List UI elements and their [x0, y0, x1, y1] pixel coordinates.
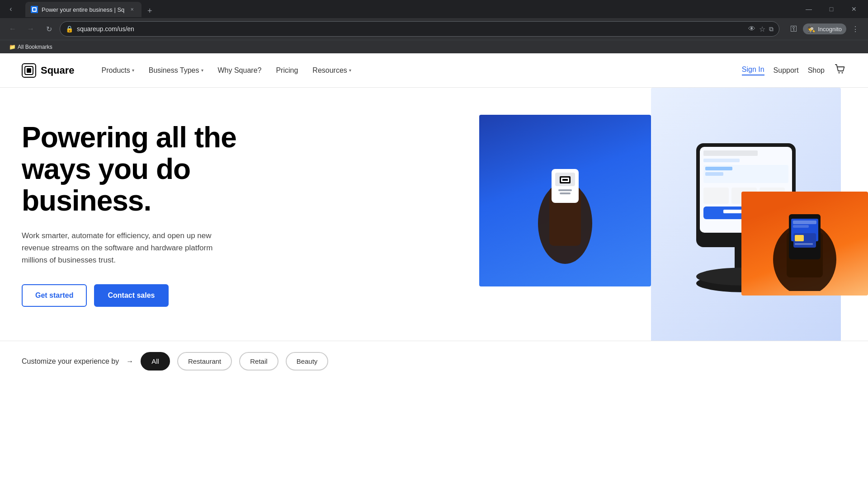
hero-content: Powering all the ways you do business. W…: [22, 122, 257, 307]
products-chevron-icon: ▾: [132, 68, 134, 73]
filter-arrow-icon: →: [126, 357, 133, 366]
tab-bar: Power your entire business | Sq × +: [22, 1, 156, 17]
hero-title: Powering all the ways you do business.: [22, 122, 239, 217]
logo-link[interactable]: Square: [22, 63, 75, 78]
address-bar[interactable]: 🔒 squareup.com/us/en 👁 ☆ ⧉: [60, 21, 779, 37]
more-menu-button[interactable]: ⋮: [848, 22, 863, 36]
card-reader-bg: [479, 115, 651, 286]
svg-rect-24: [705, 167, 732, 170]
nav-links: Products ▾ Business Types ▾ Why Square? …: [96, 63, 742, 78]
site-nav: Square Products ▾ Business Types ▾ Why S…: [0, 53, 868, 88]
resources-chevron-icon: ▾: [349, 68, 351, 73]
nav-products-label: Products: [102, 66, 130, 75]
bookmarks-folder-label: All Bookmarks: [18, 44, 52, 50]
nav-item-why-square[interactable]: Why Square?: [212, 63, 267, 78]
tab-favicon: [31, 6, 38, 13]
svg-rect-21: [703, 150, 758, 156]
hero-section: Powering all the ways you do business. W…: [0, 88, 868, 341]
svg-rect-39: [795, 243, 813, 245]
forward-button[interactable]: →: [24, 22, 38, 36]
filter-retail-button[interactable]: Retail: [239, 352, 278, 371]
get-started-button[interactable]: Get started: [22, 284, 87, 307]
svg-rect-15: [562, 179, 568, 181]
svg-rect-4: [27, 68, 31, 73]
svg-point-6: [842, 72, 843, 73]
visibility-off-icon: 👁: [748, 25, 755, 33]
nav-right: Sign In Support Shop: [742, 63, 846, 78]
filter-restaurant-button[interactable]: Restaurant: [177, 352, 232, 371]
card-reader-svg: [506, 133, 624, 268]
browser-titlebar: ‹ Power your entire business | Sq × + — …: [0, 0, 868, 18]
filter-label: Customize your experience by: [22, 357, 119, 366]
logo-icon: [22, 63, 36, 78]
nav-resources-label: Resources: [312, 66, 347, 75]
active-tab[interactable]: Power your entire business | Sq ×: [25, 2, 142, 17]
hero-credit-card-image: [741, 192, 868, 296]
hero-images: [461, 88, 868, 341]
toolbar-right: ⚿ 🕵 Incognito ⋮: [787, 22, 863, 36]
bookmarks-folder-icon: 📁: [9, 44, 16, 50]
support-link[interactable]: Support: [774, 66, 799, 75]
credit-card-svg: [746, 196, 863, 291]
tab-search-icon[interactable]: ⧉: [769, 25, 774, 33]
extensions-button[interactable]: ⚿: [787, 22, 801, 36]
nav-pricing-label: Pricing: [276, 66, 298, 75]
svg-rect-22: [703, 159, 740, 162]
nav-why-square-label: Why Square?: [218, 66, 262, 75]
contact-sales-button[interactable]: Contact sales: [94, 284, 168, 307]
hero-buttons: Get started Contact sales: [22, 284, 239, 307]
bookmarks-bar: 📁 All Bookmarks: [0, 40, 868, 53]
svg-rect-28: [703, 188, 729, 204]
nav-item-resources[interactable]: Resources ▾: [307, 63, 356, 78]
nav-item-pricing[interactable]: Pricing: [270, 63, 303, 78]
shop-link[interactable]: Shop: [808, 66, 825, 75]
hero-subtitle: Work smarter, automate for efficiency, a…: [22, 230, 221, 267]
hero-card-reader-image: [479, 115, 651, 286]
close-window-button[interactable]: ✕: [844, 2, 864, 16]
tab-list-prev-button[interactable]: ‹: [4, 2, 18, 16]
business-types-chevron-icon: ▾: [201, 68, 203, 73]
filter-bar: Customize your experience by → All Resta…: [0, 341, 868, 381]
refresh-button[interactable]: ↻: [42, 22, 56, 36]
new-tab-button[interactable]: +: [143, 5, 156, 17]
lock-icon: 🔒: [66, 25, 73, 33]
svg-rect-38: [795, 235, 804, 241]
svg-rect-36: [793, 225, 809, 228]
logo-text: Square: [41, 65, 75, 76]
window-controls: — □ ✕: [798, 2, 864, 16]
incognito-icon: 🕵: [807, 25, 815, 33]
svg-rect-35: [793, 221, 816, 224]
nav-item-products[interactable]: Products ▾: [96, 63, 140, 78]
website-content: Square Products ▾ Business Types ▾ Why S…: [0, 53, 868, 381]
cart-icon[interactable]: [834, 63, 846, 78]
maximize-button[interactable]: □: [821, 2, 842, 16]
filter-all-button[interactable]: All: [141, 352, 170, 371]
browser-chrome: ‹ Power your entire business | Sq × + — …: [0, 0, 868, 53]
tab-title: Power your entire business | Sq: [42, 6, 124, 13]
filter-beauty-button[interactable]: Beauty: [286, 352, 329, 371]
minimize-button[interactable]: —: [798, 2, 819, 16]
nav-business-types-label: Business Types: [149, 66, 199, 75]
bookmarks-folder[interactable]: 📁 All Bookmarks: [5, 42, 56, 52]
browser-toolbar: ← → ↻ 🔒 squareup.com/us/en 👁 ☆ ⧉ ⚿ 🕵 Inc…: [0, 18, 868, 40]
svg-rect-11: [558, 189, 572, 191]
svg-point-5: [839, 72, 840, 73]
nav-item-business-types[interactable]: Business Types ▾: [143, 63, 209, 78]
tab-close-button[interactable]: ×: [128, 5, 136, 14]
address-text: squareup.com/us/en: [77, 25, 745, 33]
incognito-badge[interactable]: 🕵 Incognito: [803, 23, 846, 34]
back-button[interactable]: ←: [5, 22, 20, 36]
svg-rect-12: [560, 192, 571, 194]
bookmark-star-icon[interactable]: ☆: [759, 25, 765, 33]
credit-card-bg: [741, 192, 868, 296]
sign-in-link[interactable]: Sign In: [742, 66, 764, 75]
svg-rect-2: [33, 8, 36, 11]
incognito-label: Incognito: [818, 26, 842, 33]
svg-rect-25: [705, 172, 723, 176]
